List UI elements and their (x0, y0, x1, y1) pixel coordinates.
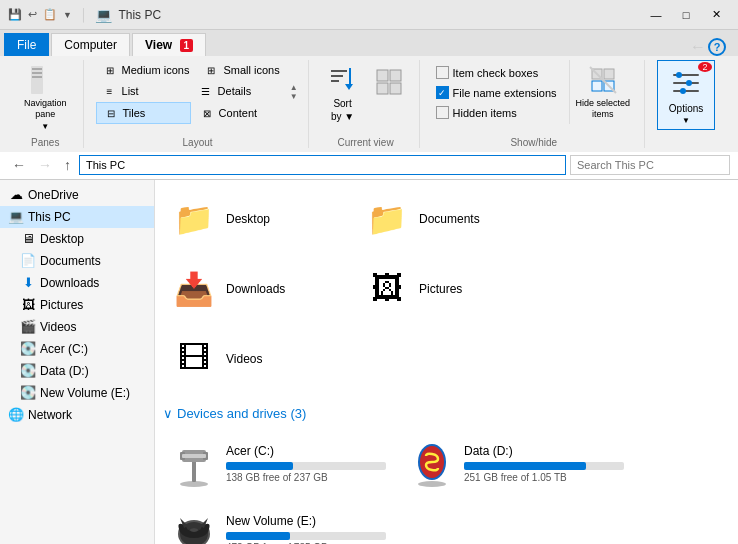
tab-file-label: File (17, 38, 36, 52)
folder-desktop[interactable]: 📁 Desktop (163, 188, 348, 250)
sidebar-item-label-onedrive: OneDrive (28, 188, 79, 202)
sidebar-item-data-d[interactable]: 💽 Data (D:) (0, 360, 154, 382)
hide-selected-button[interactable]: Hide selecteditems (569, 60, 637, 124)
sort-by-label2: by ▼ (331, 111, 354, 122)
folder-documents-label: Documents (419, 212, 480, 226)
content-label: Content (219, 107, 258, 119)
sidebar-item-pictures[interactable]: 🖼 Pictures (0, 294, 154, 316)
ribbon-content: Navigationpane ▼ Panes ⊞ Medium icons ⊞ (0, 56, 738, 152)
sort-by-label: Sort (333, 98, 351, 109)
title-bar-controls: — □ ✕ (642, 5, 730, 25)
sidebar-item-downloads[interactable]: ⬇ Downloads (0, 272, 154, 294)
layout-content[interactable]: ⊠ Content (193, 102, 286, 124)
layout-medium-icons[interactable]: ⊞ Medium icons (96, 60, 196, 80)
sidebar-item-label-documents: Documents (40, 254, 101, 268)
folder-pictures[interactable]: 🖼 Pictures (356, 258, 541, 320)
quick-access-icon2: ↩ (28, 8, 37, 21)
svg-point-23 (686, 80, 692, 86)
new-vol-e-icon: 💽 (20, 385, 36, 401)
show-hide-content: Item check boxes ✓ File name extensions … (432, 60, 637, 135)
tab-file[interactable]: File (4, 33, 49, 56)
layout-small-icons[interactable]: ⊞ Small icons (197, 60, 285, 80)
hidden-items-option[interactable]: Hidden items (432, 104, 561, 121)
ribbon-tab-bar: File Computer View 1 ← ? (0, 30, 738, 56)
svg-point-22 (676, 72, 682, 78)
sidebar-item-documents[interactable]: 📄 Documents (0, 250, 154, 272)
data-d-free: 251 GB free of 1.05 TB (464, 472, 624, 483)
maximize-button[interactable]: □ (672, 5, 700, 25)
options-button[interactable]: 2 Options ▼ (657, 60, 715, 130)
sidebar-item-acer-c[interactable]: 💽 Acer (C:) (0, 338, 154, 360)
group-by-button[interactable] (367, 62, 411, 102)
acer-c-icon: 💽 (20, 341, 36, 357)
search-input[interactable] (570, 155, 730, 175)
sidebar-item-network[interactable]: 🌐 Network (0, 404, 154, 426)
address-bar: ← → ↑ This PC (0, 152, 738, 180)
device-acer-c[interactable]: Acer (C:) 138 GB free of 237 GB (163, 433, 393, 495)
folder-documents[interactable]: 📁 Documents (356, 188, 541, 250)
acer-c-free: 138 GB free of 237 GB (226, 472, 386, 483)
close-button[interactable]: ✕ (702, 5, 730, 25)
desktop-icon: 🖥 (20, 231, 36, 247)
acer-c-device-icon (170, 440, 218, 488)
svg-rect-10 (377, 70, 388, 81)
layout-scroll[interactable]: ▲ ▼ (288, 82, 300, 103)
scroll-up-icon[interactable]: ▲ (290, 84, 298, 92)
desktop-folder-icon: 📁 (170, 195, 218, 243)
sidebar-item-label-network: Network (28, 408, 72, 422)
back-button[interactable]: ← (8, 155, 30, 175)
ribbon-group-show-hide: Item check boxes ✓ File name extensions … (424, 60, 646, 148)
sidebar-item-new-vol-e[interactable]: 💽 New Volume (E:) (0, 382, 154, 404)
sidebar-item-onedrive[interactable]: ☁ OneDrive (0, 184, 154, 206)
tab-computer-label: Computer (64, 38, 117, 52)
ribbon-back-icon[interactable]: ← (690, 38, 706, 56)
navigation-pane-label: Navigationpane (24, 98, 67, 120)
small-icons-icon: ⊞ (203, 62, 219, 78)
file-ext-label: File name extensions (453, 87, 557, 99)
up-button[interactable]: ↑ (60, 155, 75, 175)
options-label: Options (669, 103, 703, 114)
device-new-vol-e[interactable]: New Volume (E:) 473 GB free of 785 GB (163, 503, 393, 544)
file-ext-checkbox[interactable]: ✓ (436, 86, 449, 99)
current-view-content: Sort by ▼ (321, 60, 411, 135)
svg-rect-3 (32, 72, 42, 74)
title-text: This PC (118, 8, 161, 22)
layout-tiles[interactable]: ⊟ Tiles (96, 102, 191, 124)
tab-view[interactable]: View 1 (132, 33, 206, 56)
item-check-checkbox[interactable] (436, 66, 449, 79)
new-vol-e-info: New Volume (E:) 473 GB free of 785 GB (226, 514, 386, 544)
content-area: 📁 Desktop 📁 Documents 📥 Downloads 🖼 Pict… (155, 180, 738, 544)
tab-badge: 1 (180, 39, 194, 52)
tab-computer[interactable]: Computer (51, 33, 130, 56)
title-bar-left: 💾 ↩ 📋 ▼ │ 💻 This PC (8, 7, 161, 23)
minimize-button[interactable]: — (642, 5, 670, 25)
options-icon (668, 65, 704, 101)
forward-button[interactable]: → (34, 155, 56, 175)
options-dropdown[interactable]: ▼ (682, 116, 690, 125)
layout-details[interactable]: ☰ Details (192, 81, 286, 101)
device-data-d[interactable]: Data (D:) 251 GB free of 1.05 TB (401, 433, 631, 495)
layout-list[interactable]: ≡ List (96, 81, 190, 101)
devices-section-header[interactable]: ∨ Devices and drives (3) (163, 402, 730, 425)
sidebar-item-this-pc[interactable]: 💻 This PC (0, 206, 154, 228)
ribbon-info-icon[interactable]: ? (708, 38, 726, 56)
dropdown-arrow[interactable]: ▼ (63, 10, 72, 20)
file-ext-option[interactable]: ✓ File name extensions (432, 84, 561, 101)
videos-icon: 🎬 (20, 319, 36, 335)
options-badge: 2 (698, 62, 712, 72)
scroll-down-icon[interactable]: ▼ (290, 93, 298, 101)
navigation-pane-dropdown[interactable]: ▼ (41, 122, 49, 131)
svg-rect-16 (592, 81, 602, 91)
sidebar-item-label-desktop: Desktop (40, 232, 84, 246)
address-field[interactable]: This PC (79, 155, 566, 175)
navigation-pane-button[interactable]: Navigationpane ▼ (16, 60, 75, 135)
sidebar-item-desktop[interactable]: 🖥 Desktop (0, 228, 154, 250)
hidden-items-checkbox[interactable] (436, 106, 449, 119)
tiles-icon: ⊟ (103, 105, 119, 121)
folder-downloads[interactable]: 📥 Downloads (163, 258, 348, 320)
sidebar-item-videos[interactable]: 🎬 Videos (0, 316, 154, 338)
folder-videos[interactable]: 🎞 Videos (163, 328, 348, 390)
videos-folder-icon: 🎞 (170, 335, 218, 383)
item-check-boxes-option[interactable]: Item check boxes (432, 64, 561, 81)
sort-by-button[interactable]: Sort by ▼ (321, 60, 365, 126)
